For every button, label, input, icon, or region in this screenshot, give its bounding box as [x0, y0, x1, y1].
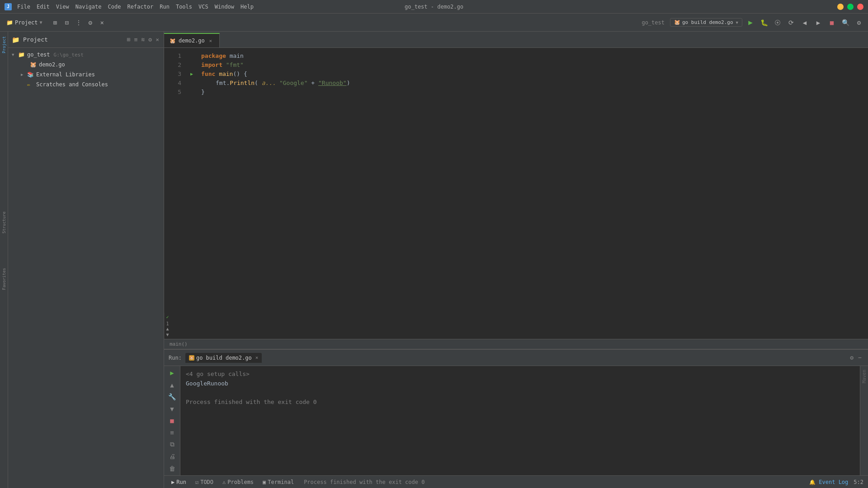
debug-button[interactable]: 🐛 [759, 17, 769, 28]
go-file-icon: 🐹 [30, 61, 37, 68]
close-button[interactable]: × [857, 4, 863, 10]
run-panel: Run: 🐹 go build demo2.go × ⚙ − ▶ ▲ 🔧 ▼ [164, 349, 868, 475]
menu-window[interactable]: Window [215, 4, 234, 10]
run-stop-button[interactable]: ■ [167, 416, 178, 426]
tree-item-ext-libs[interactable]: ▶ 📚 External Libraries [8, 70, 164, 80]
code-content: 1 2 3 4 5 package main [164, 48, 868, 313]
error-stripe: ✓ 1 ▲ ▼ [164, 313, 170, 339]
menu-tools[interactable]: Tools [176, 4, 192, 10]
panel-minimize-icon[interactable]: − [856, 353, 863, 362]
run-up-button[interactable]: ▲ [167, 380, 178, 389]
project-dropdown[interactable]: 📁 Project ▼ [4, 18, 45, 27]
menu-run[interactable]: Run [160, 4, 170, 10]
editor-status: main() [164, 339, 868, 349]
code-editor[interactable]: 1 2 3 4 5 package main [164, 48, 868, 339]
run-print-icon[interactable]: 🖨 [167, 451, 178, 461]
tree-sync-icon[interactable]: ⊞ [126, 35, 132, 44]
run-tab-label: go build demo2.go [196, 355, 252, 361]
package-name: main [230, 52, 244, 61]
demo2-label: demo2.go [39, 61, 65, 68]
tab-close-button[interactable]: × [208, 38, 214, 44]
back-icon[interactable]: ◀ [799, 17, 810, 28]
stop-icon[interactable]: ■ [826, 17, 837, 28]
tree-item-root[interactable]: ▼ 📁 go_test G:\go_test [8, 50, 164, 60]
run-tab[interactable]: 🐹 go build demo2.go × [185, 353, 262, 363]
line-number-5: 5 [170, 88, 181, 97]
menu-file[interactable]: File [17, 4, 30, 10]
tree-options-icon[interactable]: ⋮ [73, 17, 84, 28]
sidebar-icon-structure[interactable]: Structure [2, 209, 6, 236]
settings-icon[interactable]: ⚙ [85, 17, 96, 28]
menu-edit[interactable]: Edit [37, 4, 50, 10]
run-layers-icon[interactable]: ⧉ [167, 440, 178, 450]
tree-filter-icon[interactable]: ≋ [141, 35, 146, 44]
menu-vcs[interactable]: VCS [198, 4, 208, 10]
run-gutter-3[interactable]: ▶ [190, 70, 198, 79]
run-down-button[interactable]: ▼ [167, 404, 178, 413]
menu-code[interactable]: Code [108, 4, 121, 10]
line-number-2: 2 [170, 61, 181, 70]
run-left-toolbar: ▶ ▲ 🔧 ▼ ■ ≡ ⧉ 🖨 🗑 [164, 366, 180, 475]
menu-navigate[interactable]: Navigate [75, 4, 102, 10]
minimize-button[interactable]: − [837, 4, 844, 10]
search-button[interactable]: 🔍 [840, 17, 851, 28]
tree-collapse-icon[interactable]: ≡ [133, 35, 139, 44]
bottom-tab-run[interactable]: ▶ Run [169, 478, 189, 486]
menu-help[interactable]: Help [241, 4, 254, 10]
scratch-icon: ✏ [27, 81, 34, 88]
event-log-link[interactable]: 🔔 Event Log [809, 479, 848, 485]
run-play-button[interactable]: ▶ [167, 368, 178, 378]
profile-icon[interactable]: ⟳ [786, 17, 797, 28]
arrow-up-icon[interactable]: ▲ [166, 326, 169, 331]
run-tab-close[interactable]: × [255, 355, 259, 361]
tree-item-scratches[interactable]: ✏ Scratches and Consoles [8, 80, 164, 89]
run-output: <4 go setup calls> GoogleRunoob Process … [180, 366, 860, 475]
run-button[interactable]: ▶ [745, 17, 756, 28]
run-wrench-icon[interactable]: 🔧 [167, 392, 178, 402]
bottom-tab-problems[interactable]: ⚠ Problems [220, 478, 256, 486]
toolbar: 📁 Project ▼ ⊞ ⊟ ⋮ ⚙ × go_test 🐹 go build… [0, 14, 868, 32]
maximize-button[interactable]: □ [847, 4, 854, 10]
sidebar-icon-favorites[interactable]: Favorites [2, 265, 6, 293]
keyword-func: func [201, 70, 215, 79]
event-log-label: Event Log [819, 479, 848, 485]
run-panel-body: ▶ ▲ 🔧 ▼ ■ ≡ ⧉ 🖨 🗑 <4 go setup calls> Goo… [164, 366, 868, 475]
arrow-icon: ▼ [12, 52, 16, 57]
collapse-all-icon[interactable]: ⊟ [61, 17, 72, 28]
tree-close-icon[interactable]: × [155, 35, 160, 44]
panel-settings-icon[interactable]: ⚙ [848, 353, 855, 362]
brace-close: } [201, 88, 205, 97]
code-line-1: package main [190, 52, 868, 61]
menu-bar[interactable]: File Edit View Navigate Code Refactor Ru… [17, 4, 254, 10]
bottom-tab-todo[interactable]: ☑ TODO [193, 478, 216, 486]
line-numbers: 1 2 3 4 5 [164, 52, 187, 309]
dot: . [226, 79, 230, 88]
run-coverage-icon[interactable]: ⦿ [772, 17, 783, 28]
app-icon: J [5, 3, 12, 10]
window-controls[interactable]: − □ × [837, 4, 863, 10]
tab-label: demo2.go [179, 38, 205, 44]
root-path: G:\go_test [54, 52, 84, 58]
todo-icon: ☑ [195, 479, 198, 485]
close-panel-icon[interactable]: × [97, 17, 108, 28]
menu-view[interactable]: View [56, 4, 69, 10]
error-count-label: 1 [166, 321, 169, 326]
tree-settings-icon[interactable]: ⚙ [147, 35, 153, 44]
sidebar-icon-project[interactable]: Project [2, 33, 6, 56]
run-trash-icon[interactable]: 🗑 [167, 464, 178, 474]
expand-all-icon[interactable]: ⊞ [50, 17, 61, 28]
println-paren: ( [255, 79, 258, 88]
project-name-label: go_test [642, 19, 665, 26]
tree-item-demo2[interactable]: 🐹 demo2.go [8, 60, 164, 70]
line-number-1: 1 [170, 52, 181, 61]
gear-icon[interactable]: ⚙ [854, 17, 864, 28]
bottom-tab-terminal[interactable]: ▣ Terminal [260, 478, 297, 486]
arrow-down-icon[interactable]: ▼ [166, 332, 169, 337]
run-config-button[interactable]: 🐹 go build demo2.go ▼ [670, 18, 742, 27]
far-right-tab[interactable]: Maven [862, 368, 867, 385]
run-list-icon[interactable]: ≡ [167, 427, 178, 437]
run-panel-controls: ⚙ − [848, 353, 863, 362]
menu-refactor[interactable]: Refactor [127, 4, 153, 10]
forward-icon[interactable]: ▶ [813, 17, 824, 28]
editor-tab-demo2[interactable]: 🐹 demo2.go × [164, 33, 220, 47]
